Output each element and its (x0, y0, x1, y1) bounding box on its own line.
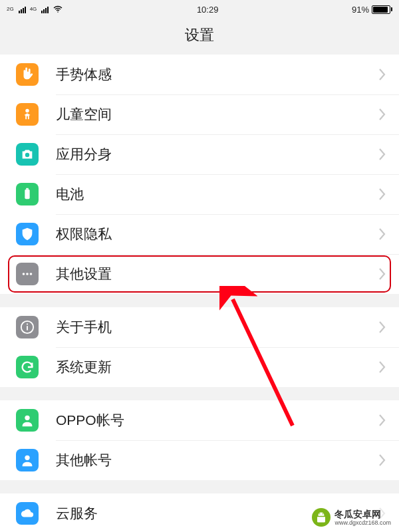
settings-row-kids[interactable]: 儿童空间 (0, 94, 399, 134)
svg-point-0 (58, 11, 59, 13)
chevron-right-icon (378, 454, 386, 467)
svg-point-14 (319, 513, 321, 515)
settings-row-label: 其他设置 (56, 265, 378, 283)
settings-row-battery[interactable]: 电池 (0, 174, 399, 214)
settings-row-label: 权限隐私 (56, 225, 378, 243)
settings-row-label: 其他帐号 (56, 451, 378, 469)
settings-row-oppoacct[interactable]: OPPO帐号 (0, 400, 399, 440)
chevron-right-icon (378, 108, 386, 121)
group-divider (0, 294, 399, 307)
battery-icon (372, 5, 392, 14)
watermark-brand: 冬瓜安卓网 (334, 509, 391, 519)
svg-point-6 (26, 273, 29, 275)
svg-point-11 (25, 416, 29, 420)
status-right: 91% (352, 5, 392, 15)
svg-point-15 (323, 513, 324, 515)
svg-point-1 (25, 109, 29, 113)
chevron-right-icon (378, 188, 386, 201)
settings-row-label: 儿童空间 (56, 105, 378, 124)
child-icon (16, 103, 39, 126)
cloud-icon (16, 502, 39, 525)
settings-row-label: OPPO帐号 (56, 411, 378, 430)
chevron-right-icon (378, 68, 386, 81)
chevron-right-icon (378, 148, 386, 161)
svg-rect-9 (27, 326, 28, 330)
status-time: 10:29 (197, 5, 219, 15)
battery-percent: 91% (352, 5, 369, 15)
svg-point-2 (25, 153, 29, 157)
camera-icon (16, 143, 39, 166)
person-icon (16, 449, 39, 471)
watermark-url: www.dgxcdz168.com (334, 519, 391, 526)
settings-row-appclone[interactable]: 应用分身 (0, 134, 399, 174)
group-divider (0, 480, 399, 493)
settings-row-label: 系统更新 (56, 358, 378, 376)
signal-icon (41, 5, 49, 13)
settings-row-gesture[interactable]: 手势体感 (0, 55, 399, 94)
svg-point-5 (23, 273, 25, 275)
signal1-label: 2G (7, 7, 14, 12)
shield-icon (16, 223, 39, 245)
status-left: 2G 4G (7, 4, 63, 15)
svg-point-7 (30, 273, 33, 275)
settings-row-label: 手势体感 (56, 65, 378, 84)
page-title: 设置 (0, 19, 399, 55)
settings-row-otheracct[interactable]: 其他帐号 (0, 440, 399, 480)
watermark: 冬瓜安卓网 www.dgxcdz168.com (311, 507, 395, 528)
settings-row-label: 电池 (56, 185, 378, 203)
svg-rect-10 (27, 324, 28, 325)
settings-row-update[interactable]: 系统更新 (0, 347, 399, 387)
chevron-right-icon (378, 321, 386, 334)
wifi-icon (53, 4, 63, 15)
svg-rect-3 (25, 190, 29, 200)
battery-icon (16, 183, 39, 205)
chevron-right-icon (378, 267, 386, 281)
refresh-icon (16, 356, 39, 378)
settings-row-label: 应用分身 (56, 145, 378, 164)
svg-rect-4 (26, 188, 29, 190)
settings-row-about[interactable]: 关于手机 (0, 307, 399, 347)
settings-row-label: 关于手机 (56, 318, 378, 336)
group-divider (0, 387, 399, 400)
hand-icon (16, 63, 39, 86)
signal2-label: 4G (30, 7, 37, 12)
svg-point-12 (25, 456, 29, 460)
chevron-right-icon (378, 360, 386, 374)
more-icon (16, 263, 39, 285)
settings-list: 手势体感儿童空间应用分身电池权限隐私其他设置关于手机系统更新OPPO帐号其他帐号… (0, 55, 399, 532)
chevron-right-icon (378, 227, 386, 241)
settings-row-privacy[interactable]: 权限隐私 (0, 214, 399, 254)
info-icon (16, 316, 39, 338)
person-icon (16, 409, 39, 432)
signal-icon (19, 5, 26, 13)
chevron-right-icon (378, 414, 386, 427)
watermark-logo-icon (312, 508, 331, 527)
settings-row-other[interactable]: 其他设置 (0, 254, 399, 294)
status-bar: 2G 4G 10:29 91% (0, 0, 399, 19)
